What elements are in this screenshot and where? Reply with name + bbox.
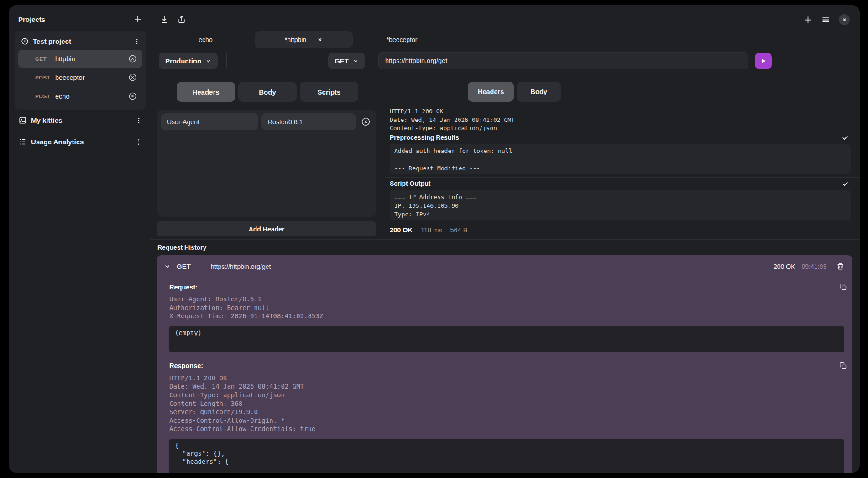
tab-httpbin[interactable]: *httpbin	[255, 31, 353, 48]
history-method: GET	[177, 263, 191, 270]
main-area: echo *httpbin *beeceptor Production GET	[150, 5, 860, 473]
toolbar	[150, 5, 860, 31]
clock-icon	[21, 37, 29, 45]
copy-icon[interactable]	[839, 283, 847, 291]
status-code: 200 OK	[390, 226, 413, 234]
sidebar-item-my-kitties[interactable]: My kitties	[15, 110, 146, 131]
history-status: 200 OK	[774, 263, 795, 270]
project-menu-button[interactable]	[133, 38, 141, 45]
preprocessing-title: Preprocessing Results	[390, 134, 459, 141]
menu-icon	[821, 15, 831, 25]
download-icon	[160, 15, 169, 24]
response-headers-text: HTTP/1.1 200 OK Date: Wed, 14 Jan 2026 0…	[169, 374, 847, 433]
app-window: Projects Test project GET httpbin POST b…	[9, 5, 860, 473]
request-label: Request:	[169, 284, 198, 291]
header-row	[161, 113, 372, 130]
editor-row: Headers Body Scripts Add Header Headers	[150, 74, 860, 239]
request-name: httpbin	[55, 55, 75, 63]
request-tab-scripts[interactable]: Scripts	[300, 82, 358, 102]
divider	[226, 53, 227, 68]
response-status-row: 200 OK 118 ms 564 B	[385, 223, 860, 234]
history-response-section: Response: HTTP/1.1 200 OK Date: Wed, 14 …	[157, 362, 852, 473]
add-header-button[interactable]: Add Header	[157, 221, 376, 236]
header-value-input[interactable]	[261, 113, 356, 130]
sidebar-request-httpbin[interactable]: GET httpbin	[18, 50, 142, 68]
request-method-badge: POST	[35, 94, 55, 99]
response-body-box: { "args": {}, "headers": {	[169, 439, 844, 473]
tab-label: *httpbin	[285, 36, 306, 43]
window-close-button[interactable]	[839, 14, 850, 25]
request-tab-headers[interactable]: Headers	[177, 82, 235, 102]
project-header[interactable]: Test project	[18, 34, 142, 49]
status-duration: 118 ms	[421, 226, 442, 234]
history-request-section: Request: User-Agent: Roster/0.6.1 Author…	[157, 283, 852, 352]
check-icon	[842, 180, 849, 187]
history-entry-header[interactable]: GET https://httpbin.org/get 200 OK 09:41…	[157, 255, 852, 273]
sidebar-request-beeceptor[interactable]: POST beeceptor	[18, 68, 142, 86]
script-output-section-header: Script Output	[385, 177, 860, 189]
response-tab-headers[interactable]: Headers	[468, 82, 514, 102]
export-button[interactable]	[177, 15, 186, 24]
tab-beeceptor[interactable]: *beeceptor	[353, 31, 451, 48]
method-label: GET	[335, 57, 349, 65]
headers-editor	[157, 110, 376, 217]
script-output: === IP Address Info === IP: 195.146.105.…	[390, 190, 851, 220]
sidebar-item-usage-analytics[interactable]: Usage Analytics	[15, 131, 146, 152]
response-panel: Headers Body HTTP/1.1 200 OK Date: Wed, …	[385, 74, 860, 239]
script-output-title: Script Output	[390, 180, 430, 187]
sidebar-title: Projects	[18, 16, 45, 23]
chevron-down-icon	[205, 58, 211, 64]
response-headers-preview: HTTP/1.1 200 OK Date: Wed, 14 Jan 2026 0…	[390, 107, 860, 131]
response-tab-body[interactable]: Body	[517, 82, 561, 102]
plus-icon	[133, 15, 142, 24]
copy-icon[interactable]	[839, 362, 847, 370]
new-tab-button[interactable]	[803, 15, 813, 25]
play-icon	[760, 58, 767, 64]
header-key-input[interactable]	[161, 113, 258, 130]
remove-header-button[interactable]	[361, 117, 371, 126]
tab-echo[interactable]: echo	[157, 31, 255, 48]
check-icon	[842, 134, 849, 141]
method-dropdown[interactable]: GET	[328, 53, 365, 69]
request-headers-text: User-Agent: Roster/0.6.1 Authorization: …	[169, 295, 847, 320]
request-method-badge: POST	[35, 75, 55, 80]
document-tabs: echo *httpbin *beeceptor	[150, 31, 860, 49]
url-input[interactable]	[378, 52, 748, 69]
request-method-badge: GET	[35, 56, 55, 62]
chevron-down-icon[interactable]	[164, 263, 171, 270]
circle-x-icon[interactable]	[128, 73, 137, 82]
environment-dropdown[interactable]: Production	[159, 53, 218, 69]
request-name: echo	[55, 93, 69, 100]
add-project-button[interactable]	[133, 15, 142, 24]
request-bar: Production GET	[150, 49, 860, 74]
circle-x-icon[interactable]	[128, 54, 137, 63]
circle-x-icon[interactable]	[128, 92, 137, 100]
sidebar: Projects Test project GET httpbin POST b…	[9, 5, 150, 473]
tab-label: echo	[199, 36, 212, 43]
request-tab-body[interactable]: Body	[238, 82, 297, 102]
request-name: beeceptor	[55, 74, 85, 81]
tab-label: *beeceptor	[387, 36, 418, 43]
trash-icon[interactable]	[837, 263, 844, 270]
request-history-title: Request History	[157, 243, 852, 255]
request-panel: Headers Body Scripts Add Header	[150, 74, 385, 239]
status-size: 564 B	[450, 226, 467, 234]
sidebar-item-label: Usage Analytics	[31, 138, 84, 146]
environment-label: Production	[165, 57, 201, 65]
kebab-icon[interactable]	[135, 117, 142, 124]
sidebar-request-echo[interactable]: POST echo	[18, 87, 142, 105]
preprocessing-section-header: Preprocessing Results	[385, 131, 860, 143]
kebab-icon[interactable]	[135, 138, 142, 146]
history-entry: GET https://httpbin.org/get 200 OK 09:41…	[157, 255, 852, 473]
preprocessing-output: Added auth header for token: null --- Re…	[390, 144, 851, 174]
history-url: https://httpbin.org/get	[211, 263, 271, 270]
menu-button[interactable]	[821, 15, 831, 25]
response-label: Response:	[169, 362, 203, 369]
send-button[interactable]	[755, 53, 772, 69]
import-button[interactable]	[160, 15, 169, 24]
project-name: Test project	[33, 37, 71, 45]
plus-icon	[803, 15, 813, 25]
tab-close-icon[interactable]	[317, 37, 323, 42]
chevron-down-icon	[353, 58, 359, 64]
image-icon	[19, 116, 26, 124]
